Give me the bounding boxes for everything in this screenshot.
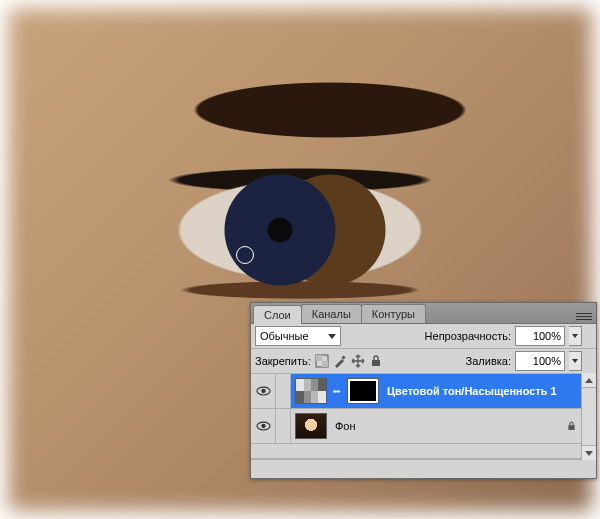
- blend-mode-value: Обычные: [260, 330, 309, 342]
- tab-paths[interactable]: Контуры: [361, 304, 426, 323]
- svg-rect-3: [341, 355, 345, 359]
- layers-scrollbar[interactable]: [581, 373, 596, 460]
- lock-label: Закрепить:: [255, 355, 311, 367]
- layers-panel: Слои Каналы Контуры Обычные Непрозрачнос…: [250, 302, 597, 479]
- layer-visibility-toggle[interactable]: [251, 374, 276, 408]
- layers-empty-area[interactable]: [251, 444, 582, 459]
- lock-pixels-icon[interactable]: [315, 354, 329, 368]
- svg-rect-1: [316, 355, 322, 361]
- opacity-value: 100%: [533, 330, 561, 342]
- opacity-input[interactable]: 100%: [515, 326, 565, 346]
- svg-rect-4: [372, 360, 380, 366]
- panel-footer: [251, 459, 596, 478]
- panel-menu-icon[interactable]: [576, 309, 592, 323]
- layer-mask-thumb[interactable]: [347, 378, 379, 404]
- chevron-down-icon: [328, 334, 336, 339]
- svg-point-6: [261, 389, 265, 393]
- layer-row-background[interactable]: Фон: [251, 409, 582, 444]
- fill-input[interactable]: 100%: [515, 351, 565, 371]
- fill-value: 100%: [533, 355, 561, 367]
- fill-flyout-button[interactable]: [569, 351, 582, 371]
- eye-icon: [256, 421, 271, 431]
- opacity-label: Непрозрачность:: [425, 330, 511, 342]
- brush-cursor: [236, 246, 254, 264]
- blend-mode-dropdown[interactable]: Обычные: [255, 326, 341, 346]
- layer-thumb[interactable]: [295, 413, 327, 439]
- row-blend-opacity: Обычные Непрозрачность: 100%: [251, 324, 596, 349]
- layer-link-cell[interactable]: [276, 409, 291, 443]
- lock-all-icon[interactable]: [369, 354, 383, 368]
- svg-rect-2: [322, 361, 328, 367]
- tab-layers[interactable]: Слои: [253, 305, 302, 324]
- adjustment-thumb[interactable]: [295, 378, 327, 404]
- padlock-icon: [560, 420, 582, 432]
- row-lock-fill: Закрепить: Заливка: 100%: [251, 349, 596, 374]
- chain-link-icon: [331, 387, 341, 396]
- brush-icon[interactable]: [333, 354, 347, 368]
- eye-icon: [256, 386, 271, 396]
- layers-list: Цветовой тон/Насыщенность 1 Фон: [251, 374, 596, 459]
- fill-label: Заливка:: [466, 355, 511, 367]
- layer-visibility-toggle[interactable]: [251, 409, 276, 443]
- layer-row-hue-saturation[interactable]: Цветовой тон/Насыщенность 1: [251, 374, 582, 409]
- scroll-up-button[interactable]: [582, 373, 596, 388]
- move-icon[interactable]: [351, 354, 365, 368]
- tab-channels[interactable]: Каналы: [301, 304, 362, 323]
- layer-name[interactable]: Фон: [329, 420, 560, 432]
- svg-rect-9: [568, 425, 574, 430]
- panel-tabstrip: Слои Каналы Контуры: [251, 303, 596, 324]
- opacity-flyout-button[interactable]: [569, 326, 582, 346]
- scroll-down-button[interactable]: [582, 445, 596, 460]
- svg-point-8: [261, 424, 265, 428]
- layer-name[interactable]: Цветовой тон/Насыщенность 1: [381, 385, 582, 397]
- layer-link-cell[interactable]: [276, 374, 291, 408]
